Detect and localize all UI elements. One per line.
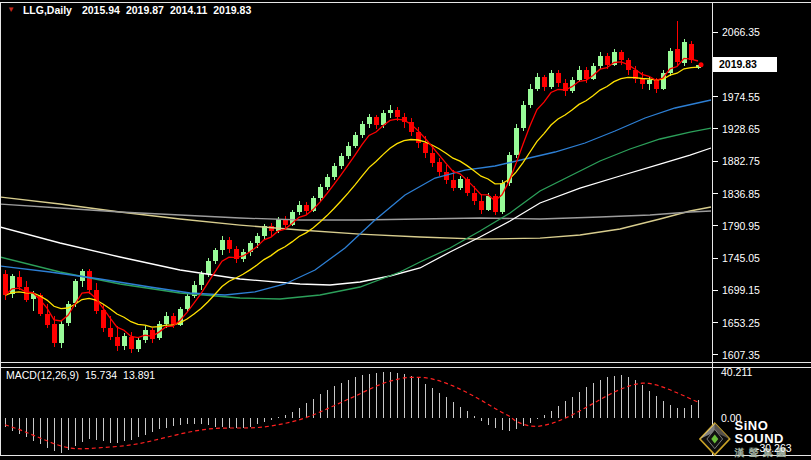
macd-bar <box>649 391 651 418</box>
macd-bar <box>292 412 294 418</box>
macd-bar <box>299 408 301 418</box>
macd-bar <box>460 407 462 418</box>
candle-body <box>458 179 463 188</box>
macd-bar <box>194 418 196 424</box>
candle-body <box>542 77 547 87</box>
macd-bar <box>19 418 21 434</box>
macd-bar <box>600 380 602 418</box>
candle-body <box>598 56 603 66</box>
macd-bar <box>432 388 434 418</box>
candle-body <box>654 80 659 88</box>
macd-bar <box>593 383 595 418</box>
candle-body <box>514 128 519 155</box>
macd-bar <box>628 377 630 418</box>
candle-body <box>164 316 169 324</box>
macd-bar <box>33 418 35 441</box>
macd-bar <box>635 380 637 418</box>
macd-bar <box>684 408 686 418</box>
candle-body <box>675 49 680 62</box>
macd-bar <box>509 418 511 431</box>
candle-body <box>353 135 358 146</box>
macd-bar <box>327 390 329 418</box>
macd-bar <box>481 418 483 421</box>
ma-gray-line <box>0 204 711 220</box>
candle-body <box>388 110 393 114</box>
macd-bar <box>320 394 322 418</box>
macd-signal-value: 13.891 <box>123 369 155 381</box>
macd-bar <box>131 418 133 440</box>
open-value: 2015.94 <box>82 4 120 16</box>
ma-khaki-line <box>0 197 711 239</box>
macd-bar <box>334 386 336 418</box>
candle-body <box>17 277 22 287</box>
macd-bar <box>152 418 154 432</box>
macd-bar <box>40 418 42 444</box>
candle-body <box>108 328 113 337</box>
macd-bar <box>215 418 217 427</box>
price-tick-label: 1699.15 <box>722 284 760 296</box>
candle-body <box>437 162 442 172</box>
macd-bar <box>103 418 105 441</box>
chart-window: ▼ LLG,Daily 2015.94 2019.87 2014.11 2019… <box>0 0 811 460</box>
macd-bar <box>558 406 560 418</box>
macd-bar <box>75 418 77 446</box>
current-price-badge: 2019.83 <box>713 57 777 72</box>
candle-body <box>549 73 554 87</box>
close-value: 2019.83 <box>213 4 251 16</box>
current-price-dot <box>699 62 704 67</box>
candle-body <box>3 274 8 296</box>
price-tick-label: 1836.85 <box>722 188 760 200</box>
macd-bar <box>523 418 525 426</box>
candle-body <box>45 314 50 325</box>
macd-bar <box>670 405 672 418</box>
candle-body <box>423 143 428 153</box>
macd-bar <box>404 374 406 418</box>
macd-bar <box>544 415 546 418</box>
candle-body <box>59 324 64 343</box>
candle-body <box>325 177 330 188</box>
symbol-dropdown-icon[interactable]: ▼ <box>7 6 15 14</box>
candle-body <box>605 56 610 64</box>
ma-blue-line <box>0 100 711 295</box>
macd-bar <box>278 417 280 418</box>
candle-body <box>451 180 456 188</box>
candle-body <box>297 205 302 213</box>
candle-body <box>360 124 365 135</box>
candle-body <box>115 337 120 346</box>
candle-body <box>556 73 561 83</box>
candlestick-chart[interactable] <box>0 0 811 460</box>
macd-bar <box>362 375 364 418</box>
main-pane[interactable] <box>0 21 711 353</box>
macd-tick-label: 40.211 <box>721 366 752 378</box>
macd-bar <box>530 418 532 423</box>
macd-bar <box>180 418 182 425</box>
macd-histogram <box>5 372 700 453</box>
macd-bar <box>446 397 448 418</box>
macd-bar <box>236 418 238 428</box>
candle-body <box>276 219 281 231</box>
candle-body <box>430 153 435 163</box>
macd-bar <box>642 385 644 418</box>
price-tick-label: 1607.35 <box>722 349 760 361</box>
macd-indicator-label: MACD(12,26,9) 15.734 13.891 <box>6 369 155 381</box>
macd-bar <box>285 415 287 418</box>
price-tick-label: 1928.65 <box>722 123 760 135</box>
macd-bar <box>495 418 497 428</box>
candle-body <box>52 324 57 343</box>
macd-bar <box>467 411 469 418</box>
candle-body <box>332 166 337 177</box>
macd-bar <box>439 393 441 418</box>
macd-bar <box>355 377 357 418</box>
macd-bar <box>271 418 273 420</box>
macd-pane[interactable] <box>5 372 700 453</box>
candle-body <box>535 77 540 88</box>
candle-body <box>122 336 127 346</box>
diamond-logo-icon <box>699 420 731 458</box>
candle-body <box>500 183 505 213</box>
candle-body <box>689 44 694 61</box>
macd-bar <box>12 418 14 431</box>
price-tick-label: 1974.55 <box>722 91 760 103</box>
macd-bar <box>565 401 567 418</box>
macd-bar <box>663 401 665 418</box>
macd-bar <box>166 418 168 428</box>
